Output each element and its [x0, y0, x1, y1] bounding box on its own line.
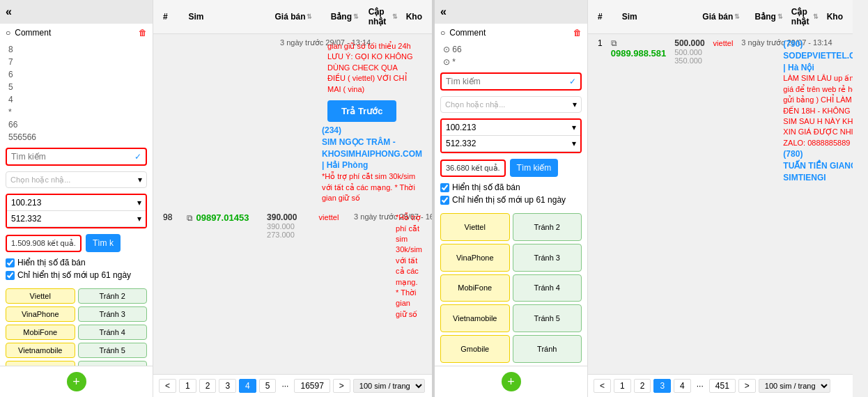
- right-row1-bang: viettel: [709, 37, 738, 49]
- left-carrier-tranh[interactable]: Tránh: [78, 361, 148, 366]
- left-th-cap: Cập nhật ⇅: [364, 4, 402, 29]
- left-search-btn[interactable]: Tìm k: [86, 234, 121, 252]
- right-collapse-btn[interactable]: «: [435, 0, 587, 24]
- left-carrier-mobifone[interactable]: MobiFone: [6, 325, 75, 340]
- left-select-chevron-icon: ▾: [138, 175, 142, 185]
- right-range-field2[interactable]: [446, 139, 550, 148]
- right-copy-icon[interactable]: ⧉: [611, 38, 617, 48]
- left-page-prev[interactable]: <: [159, 379, 176, 393]
- right-row1-gia: 500.000 500.000350.000: [670, 37, 708, 66]
- left-row1-gia: [222, 37, 253, 40]
- left-row1-bang: [254, 37, 276, 40]
- left-checkbox2-label: Chỉ hiển thị số mới up 61 ngày: [17, 270, 131, 280]
- left-comment-row: ○ Comment 🗑: [0, 24, 153, 42]
- left-add-btn[interactable]: +: [67, 372, 86, 391]
- right-sim-number: 0989.988.581: [611, 48, 667, 59]
- left-page-2[interactable]: 2: [199, 379, 217, 393]
- left-page-5[interactable]: 5: [259, 379, 277, 393]
- left-range-field2[interactable]: [11, 214, 116, 224]
- left-row2-number: 98: [163, 212, 172, 222]
- left-th-kho: Kho: [402, 4, 426, 29]
- right-carrier-vietnamobile[interactable]: Vietnamobile: [440, 304, 510, 332]
- right-main-content: # Sim Giá bán ⇅ Bảng ⇅ Cập nhật ⇅ Kho 1 …: [588, 0, 853, 397]
- right-bang-tag: viettel: [713, 39, 734, 47]
- right-select-box[interactable]: Chọn hoặc nhậ... ▾: [440, 96, 582, 113]
- right-range-field1[interactable]: [446, 123, 550, 132]
- right-page-1[interactable]: 1: [614, 379, 631, 393]
- right-search-check-icon: ✓: [569, 77, 576, 86]
- left-delete-icon[interactable]: 🗑: [139, 28, 147, 38]
- left-collapse-btn[interactable]: «: [0, 0, 153, 24]
- right-row1-cap: 3 ngày trước 29/07 - 13:14: [737, 37, 779, 49]
- right-per-page-select[interactable]: 100 sim / trang: [759, 379, 830, 393]
- right-add-btn[interactable]: +: [502, 372, 521, 391]
- left-carrier-grid: Viettel Tránh 2 VinaPhone Tránh 3 MobiFo…: [0, 286, 153, 366]
- right-checkbox2[interactable]: [440, 196, 449, 205]
- right-search-input[interactable]: [446, 77, 566, 86]
- right-carrier-tranh4[interactable]: Tránh 4: [513, 274, 582, 302]
- left-row2-kho: *Hỗ trợ phí cắt sim 30k/sim với tất cả c…: [392, 211, 426, 321]
- left-page-4[interactable]: 4: [239, 379, 256, 393]
- right-range-input2: ▾: [442, 136, 580, 152]
- right-carrier-vinaphone[interactable]: VinaPhone: [440, 244, 510, 272]
- right-delete-icon[interactable]: 🗑: [573, 28, 582, 38]
- right-checkbox1[interactable]: [440, 183, 449, 192]
- right-page-dots: ···: [694, 380, 706, 392]
- left-page-3[interactable]: 3: [219, 379, 236, 393]
- right-page-2[interactable]: 2: [634, 379, 651, 393]
- right-row1-number: 1: [598, 38, 603, 48]
- left-carrier-tranh4[interactable]: Tránh 4: [78, 325, 148, 340]
- left-range-box: ▾ ▾: [6, 194, 147, 228]
- left-per-page-select[interactable]: 100 sim / trang: [353, 379, 425, 393]
- left-row2-sim: ⧉ 09897.01453: [183, 211, 263, 224]
- right-carrier-viettel[interactable]: Viettel: [440, 213, 510, 241]
- right-checkbox-section: Hiển thị số đã bán Chỉ hiển thị số mới u…: [435, 180, 587, 210]
- right-comment-row: ○ Comment 🗑: [435, 24, 587, 42]
- right-carrier-tranh2[interactable]: Tránh 2: [513, 213, 582, 241]
- left-tra-truoc-btn[interactable]: Trả Trước: [327, 100, 396, 122]
- left-copy-icon[interactable]: ⧉: [187, 213, 193, 223]
- left-row-star: *: [8, 107, 12, 117]
- left-checkbox1-label: Hiển thị số đã bán: [17, 258, 86, 267]
- left-carrier-tranh3[interactable]: Tránh 3: [78, 306, 148, 322]
- left-page-1[interactable]: 1: [179, 379, 196, 393]
- right-carrier-gmobile[interactable]: Gmobile: [440, 335, 510, 363]
- left-main-content: # Sim Giá bán ⇅ Bảng ⇅ Cập nhật ⇅ Kho 3 …: [153, 0, 432, 397]
- left-checkbox1-row: Hiển thị số đã bán: [6, 258, 147, 267]
- left-select-box[interactable]: Chọn hoặc nhậ... ▾: [6, 171, 147, 188]
- left-page-last[interactable]: 16597: [294, 379, 330, 393]
- right-carrier-tranh[interactable]: Tránh: [513, 335, 582, 363]
- left-carrier-vietnamobile[interactable]: Vietnamobile: [6, 343, 75, 358]
- left-result-text: 1.509.908 kết quả.: [6, 235, 82, 252]
- right-result-search-row: 36.680 kết quả. Tìm kiếm: [435, 156, 587, 180]
- right-page-4[interactable]: 4: [674, 379, 691, 393]
- right-page-last[interactable]: 451: [709, 379, 736, 393]
- right-carrier-mobifone[interactable]: MobiFone: [440, 274, 510, 302]
- left-carrier-tranh5[interactable]: Tránh 5: [78, 343, 148, 358]
- left-row8: 8: [8, 45, 13, 54]
- right-range-chevron2-icon: ▾: [572, 139, 576, 148]
- left-page-next[interactable]: >: [333, 379, 350, 393]
- right-carrier-grid: Viettel Tránh 2 VinaPhone Tránh 3 MobiFo…: [435, 210, 587, 366]
- right-carrier-tranh3[interactable]: Tránh 3: [513, 244, 582, 272]
- left-row2-cap: 3 ngày trước 29/07 - 16:29: [350, 211, 392, 223]
- left-carrier-tranh2[interactable]: Tránh 2: [78, 288, 148, 304]
- left-carrier-vinaphone[interactable]: VinaPhone: [6, 306, 75, 322]
- right-page-3[interactable]: 3: [653, 379, 671, 393]
- left-carrier-viettel[interactable]: Viettel: [6, 288, 75, 304]
- left-checkbox2-row: Chỉ hiển thị số mới up 61 ngày: [6, 270, 147, 280]
- left-row2-gia: 390.000 390.000273.000: [263, 211, 315, 240]
- left-checkbox2[interactable]: [6, 271, 15, 280]
- left-range-field1[interactable]: [11, 198, 116, 208]
- right-kho-name1: (790)SODEPVIETTEL.COM.VN| Hà Nội: [783, 38, 853, 73]
- left-row6: 6: [8, 70, 13, 79]
- right-search-btn[interactable]: Tìm kiếm: [510, 159, 559, 177]
- left-checkbox1[interactable]: [6, 258, 15, 267]
- right-page-next[interactable]: >: [738, 379, 756, 393]
- left-carrier-gmobile[interactable]: Gmobile: [6, 361, 75, 366]
- left-search-input[interactable]: [11, 152, 132, 162]
- right-page-prev[interactable]: <: [594, 379, 611, 393]
- right-row1-num: 1: [594, 37, 607, 49]
- right-carrier-tranh5[interactable]: Tránh 5: [513, 304, 582, 332]
- left-range-input2: ▾: [7, 211, 146, 227]
